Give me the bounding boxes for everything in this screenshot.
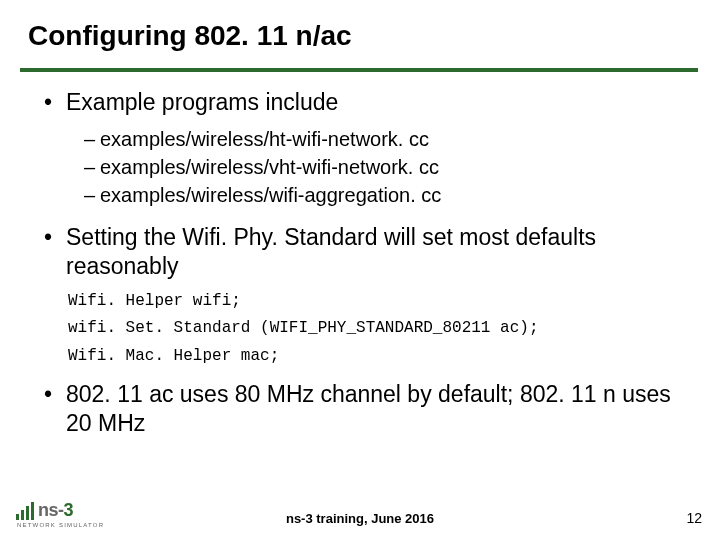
code-block: Wifi. Helper wifi; wifi. Set. Standard (… (68, 288, 684, 370)
bullet-1: Example programs include (44, 88, 684, 117)
code-line-2: wifi. Set. Standard (WIFI_PHY_STANDARD_8… (68, 315, 684, 342)
slide-title: Configuring 802. 11 n/ac (28, 20, 352, 52)
footer-text: ns-3 training, June 2016 (0, 511, 720, 526)
code-line-3: Wifi. Mac. Helper mac; (68, 343, 684, 370)
title-divider (20, 68, 698, 72)
sub-bullet-1: examples/wireless/ht-wifi-network. cc (84, 125, 684, 153)
slide-body: Example programs include examples/wirele… (44, 88, 684, 445)
sub-bullet-3: examples/wireless/wifi-aggregation. cc (84, 181, 684, 209)
bullet-3: 802. 11 ac uses 80 MHz channel by defaul… (44, 380, 684, 438)
sub-bullet-2: examples/wireless/vht-wifi-network. cc (84, 153, 684, 181)
bullet-2: Setting the Wifi. Phy. Standard will set… (44, 223, 684, 281)
bullet-1-sublist: examples/wireless/ht-wifi-network. cc ex… (84, 125, 684, 209)
slide: Configuring 802. 11 n/ac Example program… (0, 0, 720, 540)
code-line-1: Wifi. Helper wifi; (68, 288, 684, 315)
page-number: 12 (686, 510, 702, 526)
